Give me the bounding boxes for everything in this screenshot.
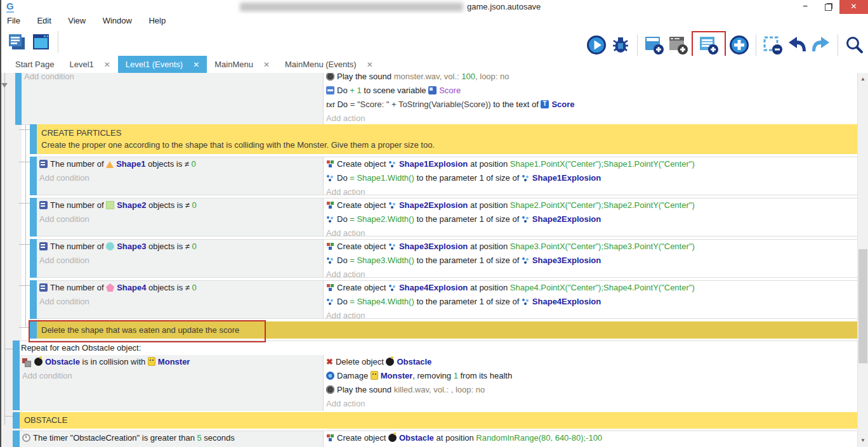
condition-timer[interactable]: The timer "ObstacleCreation" is greater … bbox=[20, 431, 323, 445]
create-object-icon bbox=[326, 242, 334, 250]
add-action-link[interactable]: Add action bbox=[324, 185, 857, 195]
gdevelop-window: G game.json.autosave – ✕ File Edit View … bbox=[0, 0, 868, 447]
remove-dashed-button[interactable] bbox=[762, 34, 784, 56]
scrollbar-thumb[interactable] bbox=[858, 249, 867, 363]
text-run: Play the sound bbox=[337, 385, 394, 394]
menu-view[interactable]: View bbox=[61, 14, 93, 28]
text-run: 5 bbox=[197, 433, 202, 443]
action-damage[interactable]: Damage Monster, removing 1 from its heal… bbox=[324, 369, 857, 383]
restore-button[interactable] bbox=[819, 0, 838, 14]
event-shape2[interactable]: The number of Shape2 objects is ≠ 0 Add … bbox=[30, 198, 857, 236]
event-repeat-obstacle[interactable]: Repeat for each Obstacle object: Obstacl… bbox=[13, 340, 857, 410]
event-shape3[interactable]: The number of Shape3 objects is ≠ 0 Add … bbox=[30, 239, 857, 278]
add-condition-link[interactable]: Add condition bbox=[37, 171, 323, 185]
condition-collision[interactable]: Obstacle is in collision with Monster bbox=[20, 355, 323, 369]
menu-help[interactable]: Help bbox=[141, 14, 173, 28]
add-action-link[interactable]: Add action bbox=[324, 309, 857, 318]
menu-file[interactable]: File bbox=[0, 14, 27, 28]
action-create-object[interactable]: Create object Shape4Explosion at positio… bbox=[324, 281, 857, 295]
tab-level1-events[interactable]: Level1 (Events)✕ bbox=[118, 56, 207, 73]
add-action-link[interactable]: Add action bbox=[324, 226, 857, 236]
tree-line bbox=[25, 92, 26, 328]
scroll-up-icon[interactable]: ▲ bbox=[858, 74, 868, 84]
event-indent-bar bbox=[13, 431, 20, 447]
add-condition-link[interactable]: Add condition bbox=[37, 254, 323, 268]
comment-create-particles[interactable]: CREATE PARTICLES Create the proper one a… bbox=[30, 124, 857, 154]
menu-edit[interactable]: Edit bbox=[30, 14, 58, 28]
text-run: 1 bbox=[454, 371, 458, 380]
title-bar: G game.json.autosave – ✕ bbox=[0, 0, 868, 14]
action-set-size[interactable]: Do = Shape2.Width() to the parameter 1 o… bbox=[324, 212, 857, 226]
action-create-object[interactable]: Create object Shape3Explosion at positio… bbox=[324, 240, 857, 254]
event-indent-bar bbox=[30, 198, 37, 236]
collapse-arrow-icon[interactable] bbox=[1, 83, 8, 87]
tab-close-icon[interactable]: ✕ bbox=[367, 60, 373, 69]
event-indent-bar bbox=[13, 340, 20, 410]
event-score[interactable]: Add condition Play the sound monster.wav… bbox=[15, 73, 857, 125]
action-set-size[interactable]: Do = Shape4.Width() to the parameter 1 o… bbox=[324, 295, 857, 309]
add-action-link[interactable]: Add action bbox=[324, 112, 857, 124]
tab-start-page[interactable]: Start Page bbox=[8, 56, 62, 73]
tab-close-icon[interactable]: ✕ bbox=[104, 60, 110, 69]
condition-count[interactable]: The number of Shape3 objects is ≠ 0 bbox=[37, 240, 323, 254]
action-delete-object[interactable]: ✖Delete object Obstacle bbox=[324, 355, 857, 369]
condition-count[interactable]: The number of Shape2 objects is ≠ 0 bbox=[37, 198, 323, 212]
action-set-size[interactable]: Do = Shape1.Width() to the parameter 1 o… bbox=[324, 171, 857, 185]
events-sheet-icon[interactable] bbox=[6, 31, 28, 53]
add-condition-link[interactable]: Add condition bbox=[22, 73, 323, 84]
text-run: objects is ≠ bbox=[146, 242, 192, 251]
add-condition-link[interactable]: Add condition bbox=[20, 369, 323, 383]
text-run: Do bbox=[337, 256, 350, 265]
close-button[interactable]: ✕ bbox=[839, 0, 868, 14]
undo-button[interactable] bbox=[786, 34, 808, 56]
toolbar-right-group bbox=[584, 31, 867, 59]
action-play-sound[interactable]: Play the sound killed.wav, vol.: , loop:… bbox=[324, 383, 857, 397]
add-condition-link[interactable]: Add condition bbox=[37, 295, 323, 309]
condition-count[interactable]: The number of Shape4 objects is ≠ 0 bbox=[37, 281, 323, 295]
debugger-icon[interactable] bbox=[610, 34, 631, 56]
tab-close-icon[interactable]: ✕ bbox=[263, 60, 270, 69]
add-scene-button[interactable] bbox=[643, 34, 665, 56]
condition-count[interactable]: The number of Shape1 objects is ≠ 0 bbox=[37, 157, 323, 171]
action-add-variable[interactable]: Do + 1 to scene variable Score bbox=[324, 84, 857, 98]
scroll-down-icon[interactable]: ▼ bbox=[858, 436, 868, 446]
event-shape1[interactable]: The number of Shape1 objects is ≠ 0 Add … bbox=[30, 157, 857, 195]
play-button[interactable] bbox=[586, 34, 607, 56]
tab-mainmenu[interactable]: MainMenu✕ bbox=[207, 56, 277, 73]
add-resource-button[interactable] bbox=[728, 34, 750, 56]
add-action-link[interactable]: Add action bbox=[324, 268, 857, 277]
tab-level1[interactable]: Level1✕ bbox=[62, 56, 117, 73]
action-set-size[interactable]: Do = Shape3.Width() to the parameter 1 o… bbox=[324, 254, 857, 268]
action-play-sound[interactable]: Play the sound monster.wav, vol.: 100, l… bbox=[324, 73, 857, 84]
toolbar-separator bbox=[637, 34, 638, 56]
add-event-button[interactable] bbox=[698, 34, 720, 56]
action-set-text[interactable]: txtDo = "Score: " + ToString(Variable(Sc… bbox=[324, 98, 857, 112]
event-shape4[interactable]: The number of Shape4 objects is ≠ 0 Add … bbox=[30, 280, 857, 319]
text-run: objects is ≠ bbox=[145, 159, 191, 169]
action-create-object[interactable]: Create object Obstacle at position Rando… bbox=[324, 431, 857, 445]
text-run: Obstacle bbox=[399, 433, 434, 443]
repeat-header[interactable]: Repeat for each Obstacle object: bbox=[20, 341, 857, 355]
minimize-button[interactable]: – bbox=[794, 0, 816, 14]
text-run: at position bbox=[468, 200, 510, 210]
tab-close-icon[interactable]: ✕ bbox=[193, 60, 199, 69]
action-create-object[interactable]: Create object Shape1Explosion at positio… bbox=[324, 157, 857, 171]
menu-bar: File Edit View Window Help bbox=[0, 14, 868, 28]
tab-mainmenu-events[interactable]: MainMenu (Events)✕ bbox=[277, 56, 381, 73]
scene-editor-icon[interactable] bbox=[30, 31, 52, 53]
text-run: Shape1 bbox=[116, 159, 145, 169]
vertical-scrollbar[interactable]: ▲ ▼ bbox=[857, 73, 868, 447]
text-run: Do bbox=[337, 173, 350, 183]
event-timer-obstacle[interactable]: The timer "ObstacleCreation" is greater … bbox=[13, 431, 857, 447]
search-icon[interactable] bbox=[844, 34, 865, 56]
text-run: , loop: no bbox=[475, 73, 510, 81]
menu-window[interactable]: Window bbox=[96, 14, 139, 28]
toolbar-left-group bbox=[5, 31, 63, 53]
action-create-object[interactable]: Create object Shape2Explosion at positio… bbox=[324, 198, 857, 212]
add-action-link[interactable]: Add action bbox=[324, 397, 857, 411]
comment-obstacle[interactable]: OBSTACLE bbox=[13, 412, 857, 429]
add-condition-link[interactable]: Add condition bbox=[37, 212, 323, 226]
add-external-events-button[interactable] bbox=[667, 34, 689, 56]
create-object-icon bbox=[326, 160, 334, 168]
redo-button[interactable] bbox=[810, 34, 832, 56]
